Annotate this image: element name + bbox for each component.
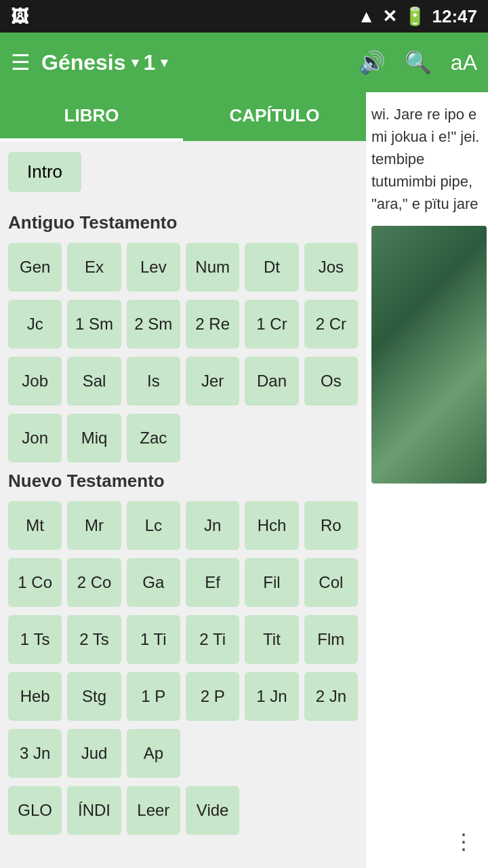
book-stg[interactable]: Stg	[67, 672, 121, 721]
new-testament-grid-4: Heb Stg 1 P 2 P 1 Jn 2 Jn	[8, 672, 358, 721]
new-testament-grid-1: Mt Mr Lc Jn Hch Ro	[8, 501, 358, 550]
book-dan[interactable]: Dan	[245, 357, 298, 406]
book-1p[interactable]: 1 P	[127, 672, 180, 721]
tab-libro[interactable]: LIBRO	[0, 92, 183, 141]
book-jer[interactable]: Jer	[186, 357, 239, 406]
book-selector-panel: LIBRO CAPÍTULO Intro Antiguo Testamento …	[0, 92, 366, 868]
battery-icon: 🔋	[404, 6, 426, 27]
new-testament-grid-2: 1 Co 2 Co Ga Ef Fil Col	[8, 558, 358, 607]
book-empty-4	[186, 729, 239, 778]
new-testament-label: Nuevo Testamento	[8, 471, 358, 492]
book-dropdown-icon[interactable]: ▾	[131, 54, 138, 71]
no-sim-icon: ✕	[382, 6, 397, 27]
book-jc[interactable]: Jc	[8, 300, 62, 349]
photo-icon: 🖼	[11, 6, 28, 27]
bible-background: wi. Jare re ipo e mi jokua i e!" jei. te…	[366, 92, 488, 868]
more-options-icon[interactable]: ⋮	[453, 829, 474, 854]
book-gen[interactable]: Gen	[8, 243, 62, 292]
book-lev[interactable]: Lev	[127, 243, 180, 292]
menu-icon[interactable]: ☰	[11, 50, 30, 75]
search-icon[interactable]: 🔍	[405, 50, 432, 75]
chapter-dropdown-icon[interactable]: ▾	[161, 54, 167, 71]
book-heb[interactable]: Heb	[8, 672, 62, 721]
old-testament-grid-3: Job Sal Is Jer Dan Os	[8, 357, 358, 406]
book-jud[interactable]: Jud	[67, 729, 121, 778]
book-ap[interactable]: Ap	[127, 729, 180, 778]
book-empty-3	[304, 414, 358, 462]
book-empty-2	[245, 414, 298, 462]
book-col[interactable]: Col	[304, 558, 358, 607]
chapter-number: 1	[144, 50, 156, 75]
book-2p[interactable]: 2 P	[186, 672, 239, 721]
book-1sm[interactable]: 1 Sm	[67, 300, 121, 349]
book-title-area[interactable]: Génesis ▾ 1 ▾	[41, 50, 348, 75]
book-2sm[interactable]: 2 Sm	[127, 300, 180, 349]
bible-text: wi. Jare re ipo e mi jokua i e!" jei. te…	[371, 103, 483, 215]
old-testament-grid-2: Jc 1 Sm 2 Sm 2 Re 1 Cr 2 Cr	[8, 300, 358, 349]
old-testament-grid-1: Gen Ex Lev Num Dt Jos	[8, 243, 358, 292]
book-tit[interactable]: Tit	[245, 615, 298, 664]
book-leer[interactable]: Leer	[127, 786, 180, 835]
book-glo[interactable]: GLO	[8, 786, 62, 835]
old-testament-grid-4: Jon Miq Zac	[8, 414, 358, 462]
volume-icon[interactable]: 🔊	[359, 50, 386, 75]
book-1jn[interactable]: 1 Jn	[245, 672, 298, 721]
book-ga[interactable]: Ga	[127, 558, 180, 607]
book-2jn[interactable]: 2 Jn	[304, 672, 358, 721]
old-testament-label: Antiguo Testamento	[8, 212, 358, 233]
book-ro[interactable]: Ro	[304, 501, 358, 550]
book-lc[interactable]: Lc	[127, 501, 180, 550]
book-empty-7	[245, 786, 298, 835]
book-1ts[interactable]: 1 Ts	[8, 615, 62, 664]
book-mt[interactable]: Mt	[8, 501, 62, 550]
font-size-icon[interactable]: aA	[451, 50, 477, 75]
book-vide[interactable]: Vide	[186, 786, 239, 835]
book-ex[interactable]: Ex	[67, 243, 121, 292]
book-jos[interactable]: Jos	[304, 243, 358, 292]
book-sal[interactable]: Sal	[67, 357, 121, 406]
new-testament-grid-3: 1 Ts 2 Ts 1 Ti 2 Ti Tit Flm	[8, 615, 358, 664]
status-time: 12:47	[432, 6, 478, 27]
book-hch[interactable]: Hch	[245, 501, 298, 550]
book-os[interactable]: Os	[304, 357, 358, 406]
book-job[interactable]: Job	[8, 357, 62, 406]
book-1cr[interactable]: 1 Cr	[245, 300, 298, 349]
bottom-row-grid: GLO ÍNDI Leer Vide	[8, 786, 358, 835]
book-2cr[interactable]: 2 Cr	[304, 300, 358, 349]
book-1ti[interactable]: 1 Ti	[127, 615, 180, 664]
tabs-bar: LIBRO CAPÍTULO	[0, 92, 366, 141]
book-empty-1	[186, 414, 239, 462]
book-jon[interactable]: Jon	[8, 414, 62, 462]
top-bar: ☰ Génesis ▾ 1 ▾ 🔊 🔍 aA	[0, 33, 488, 92]
book-ef[interactable]: Ef	[186, 558, 239, 607]
book-zac[interactable]: Zac	[127, 414, 180, 462]
book-fil[interactable]: Fil	[245, 558, 298, 607]
top-bar-icons: 🔊 🔍 aA	[359, 50, 477, 75]
status-bar: 🖼 ▲ ✕ 🔋 12:47	[0, 0, 488, 33]
book-miq[interactable]: Miq	[67, 414, 121, 462]
book-1co[interactable]: 1 Co	[8, 558, 62, 607]
book-num[interactable]: Num	[186, 243, 239, 292]
intro-button[interactable]: Intro	[8, 152, 81, 192]
book-empty-8	[304, 786, 358, 835]
book-2ti[interactable]: 2 Ti	[186, 615, 239, 664]
bible-image	[371, 226, 487, 484]
book-2co[interactable]: 2 Co	[67, 558, 121, 607]
book-2re[interactable]: 2 Re	[186, 300, 239, 349]
book-mr[interactable]: Mr	[67, 501, 121, 550]
book-empty-5	[245, 729, 298, 778]
book-dt[interactable]: Dt	[245, 243, 298, 292]
book-list[interactable]: Intro Antiguo Testamento Gen Ex Lev Num …	[0, 141, 366, 868]
book-flm[interactable]: Flm	[304, 615, 358, 664]
book-empty-6	[304, 729, 358, 778]
new-testament-grid-5: 3 Jn Jud Ap	[8, 729, 358, 778]
book-name: Génesis	[41, 50, 126, 75]
book-2ts[interactable]: 2 Ts	[67, 615, 121, 664]
book-is[interactable]: Is	[127, 357, 180, 406]
wifi-icon: ▲	[358, 6, 375, 27]
tab-capitulo[interactable]: CAPÍTULO	[183, 92, 366, 141]
book-indi[interactable]: ÍNDI	[67, 786, 121, 835]
book-jn[interactable]: Jn	[186, 501, 239, 550]
book-3jn[interactable]: 3 Jn	[8, 729, 62, 778]
